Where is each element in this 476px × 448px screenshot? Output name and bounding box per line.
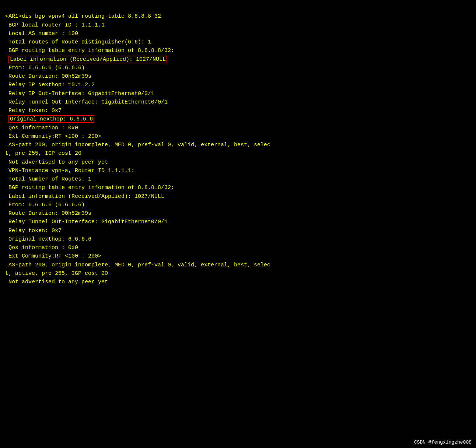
terminal-line-local-as: Local AS number : 100 bbox=[5, 29, 471, 38]
terminal-line-aspath1cont: t, pre 255, IGP cost 20 bbox=[5, 149, 471, 158]
terminal-line-orig-nexthop2: Original nexthop: 6.6.6.6 bbox=[5, 235, 471, 244]
terminal-line-router-id: BGP local router ID : 1.1.1.1 bbox=[5, 21, 471, 29]
terminal-line-aspath2: AS-path 200, origin incomplete, MED 0, p… bbox=[5, 261, 471, 269]
terminal-line-route-duration1: Route Duration: 00h52m39s bbox=[5, 72, 471, 81]
terminal-line-route-duration2: Route Duration: 00h52m39s bbox=[5, 209, 471, 218]
terminal-line-total-num: Total Number of Routes: 1 bbox=[5, 175, 471, 183]
terminal-line-qos-info2: Qos information : 0x0 bbox=[5, 244, 471, 252]
terminal-line-total-routes-rd: Total routes of Route Distinguisher(6:6)… bbox=[5, 38, 471, 46]
terminal-line-relay-token1: Relay token: 0x7 bbox=[5, 106, 471, 115]
terminal-line-from2: From: 6.6.6.6 (6.6.6.6) bbox=[5, 201, 471, 209]
terminal-line-orig-nexthop1: Original nexthop: 6.6.6.6 bbox=[5, 115, 471, 123]
terminal-line-relay-tunnel1: Relay Tunnel Out-Interface: GigabitEther… bbox=[5, 98, 471, 106]
highlighted-text-label-info1: Label information (Received/Applied): 10… bbox=[8, 56, 167, 63]
terminal-line-ext-comm2: Ext-Community:RT <100 : 200> bbox=[5, 252, 471, 260]
terminal-line-relay-token2: Relay token: 0x7 bbox=[5, 227, 471, 235]
watermark: CSDN @fengxingzhe008 bbox=[414, 440, 472, 445]
terminal-line-bgp-entry1: BGP routing table entry information of 8… bbox=[5, 46, 471, 55]
terminal-line-label-info1: Label information (Received/Applied): 10… bbox=[5, 55, 471, 64]
terminal-line-relay-out1: Relay IP Out-Interface: GigabitEthernet0… bbox=[5, 90, 471, 98]
terminal-line-not-adv1: Not advertised to any peer yet bbox=[5, 158, 471, 167]
terminal-line-cmd: <AR1>dis bgp vpnv4 all routing-table 8.8… bbox=[5, 12, 471, 21]
terminal-line-label-info2: Label information (Received/Applied): 10… bbox=[5, 192, 471, 201]
terminal-line-aspath1: AS-path 200, origin incomplete, MED 0, p… bbox=[5, 141, 471, 149]
terminal-line-aspath2cont: t, active, pre 255, IGP cost 20 bbox=[5, 269, 471, 278]
terminal-line-not-adv2: Not advertised to any peer yet bbox=[5, 278, 471, 286]
terminal-line-bgp-entry2: BGP routing table entry information of 8… bbox=[5, 183, 471, 192]
terminal-line-relay-nexthop1: Relay IP Nexthop: 10.1.2.2 bbox=[5, 81, 471, 89]
terminal-output: <AR1>dis bgp vpnv4 all routing-table 8.8… bbox=[5, 4, 471, 286]
terminal-line-qos-info1: Qos information : 0x0 bbox=[5, 124, 471, 132]
terminal-line-from1: From: 6.6.6.6 (6.6.6.6) bbox=[5, 64, 471, 72]
terminal-line-ext-comm1: Ext-Community:RT <100 : 200> bbox=[5, 132, 471, 141]
highlighted-text-orig-nexthop1: Original nexthop: 6.6.6.6 bbox=[8, 115, 94, 123]
terminal-line-relay-tunnel2: Relay Tunnel Out-Interface: GigabitEther… bbox=[5, 218, 471, 226]
terminal-line-vpn-instance: VPN-Instance vpn-a, Router ID 1.1.1.1: bbox=[5, 167, 471, 175]
